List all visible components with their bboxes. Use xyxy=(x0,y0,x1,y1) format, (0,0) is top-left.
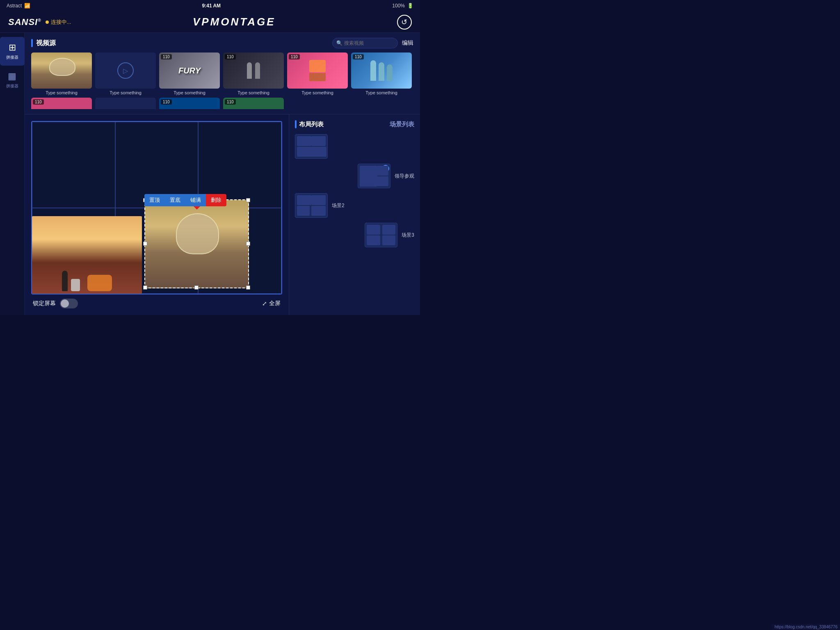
battery-level: 100% xyxy=(392,3,405,9)
right-panel-tabs: 布局列表 场景列表 xyxy=(295,120,414,128)
status-left: Astract 📶 xyxy=(7,3,30,9)
splicer2-label: 拼接器 xyxy=(6,83,18,89)
lp3-tr xyxy=(311,195,326,205)
layout-item-3[interactable]: 场景2 xyxy=(295,193,414,218)
video-thumb-5[interactable]: 110 Type something xyxy=(287,52,348,95)
layout-label-4: 场景3 xyxy=(402,232,414,239)
layout-preview-3 xyxy=(295,193,328,218)
resize-handle-tr[interactable] xyxy=(246,198,250,202)
lp1-top-left xyxy=(297,136,311,146)
thumb-label-2: Type something xyxy=(95,90,156,95)
thumb-img-2: ▷ xyxy=(95,52,156,89)
ctx-bring-to-top[interactable]: 置顶 xyxy=(144,194,165,206)
layout-list: ✓ 领导参观 xyxy=(295,134,414,247)
connection-dot xyxy=(46,21,49,24)
video-thumb-3[interactable]: 110 FURY Type something xyxy=(159,52,220,95)
second-row-thumb-2[interactable] xyxy=(95,98,156,109)
play-icon-2: ▷ xyxy=(117,62,134,79)
video-thumb-6[interactable]: 110 Type something xyxy=(351,52,412,95)
connection-label: 连接中... xyxy=(51,18,71,26)
thumb-img-3: 110 FURY xyxy=(159,52,220,89)
layout-tab-label: 布局列表 xyxy=(299,121,324,128)
lp1-bottom xyxy=(297,147,326,157)
status-bar: Astract 📶 9:41 AM 100% 🔋 xyxy=(0,0,420,11)
rv-body xyxy=(87,275,112,291)
lp4-tr xyxy=(382,225,396,235)
thumb-label-3: Type something xyxy=(159,90,220,95)
thumb-badge-3: 110 xyxy=(161,54,172,59)
lp4-tl xyxy=(367,225,380,235)
wifi-icon: 📶 xyxy=(24,3,30,9)
fury-text: FURY xyxy=(178,66,201,75)
lp4-bl xyxy=(367,235,380,245)
scene-tab-label: 场景列表 xyxy=(390,121,414,128)
lp3-bl-extra xyxy=(297,206,310,216)
ctx-fill[interactable]: 铺满 xyxy=(185,194,206,206)
fullscreen-button[interactable]: ⤢ 全屏 xyxy=(262,300,281,307)
layout-item-2[interactable]: ✓ 领导参观 xyxy=(295,164,414,188)
context-menu: 置顶 置底 铺满 删除 xyxy=(144,194,226,206)
content-area: 视频源 🔍 编辑 110 Type something xyxy=(25,33,420,315)
main-layout: ⊞ 拼接器 ▦ 拼接器 视频源 🔍 编辑 xyxy=(0,33,420,315)
canvas-frame[interactable]: 置顶 置底 铺满 删除 xyxy=(31,121,282,294)
rv-scene-img xyxy=(32,216,142,294)
layout-label-2: 领导参观 xyxy=(395,173,414,180)
layout-preview-2: ✓ xyxy=(358,164,390,188)
astronaut-canvas-img xyxy=(145,200,248,288)
lp2-right-bottom xyxy=(377,176,388,186)
sidebar-item-splicer2[interactable]: ▦ 拼接器 xyxy=(0,66,25,94)
figure-crouching xyxy=(71,279,80,291)
thumb-label-6: Type something xyxy=(351,90,412,95)
second-badge-4: 110 xyxy=(225,99,236,105)
splicer2-icon: ▦ xyxy=(8,71,16,82)
layout-item-4[interactable]: 场景3 xyxy=(295,223,414,247)
canvas-martian-video[interactable] xyxy=(144,199,249,289)
toggle-knob xyxy=(61,299,69,308)
second-row-thumb-3[interactable]: 110 xyxy=(159,98,220,109)
context-menu-arrow xyxy=(194,206,200,210)
second-badge-3: 110 xyxy=(161,99,172,105)
resize-handle-bc[interactable] xyxy=(194,285,199,290)
video-panel-header: 视频源 🔍 编辑 xyxy=(31,38,413,48)
layout-item-1[interactable] xyxy=(295,134,414,159)
canvas-rv-video[interactable] xyxy=(32,216,142,294)
refresh-button[interactable]: ↺ xyxy=(397,15,412,30)
ctx-send-to-bottom[interactable]: 置底 xyxy=(165,194,185,206)
thumb-badge-4: 110 xyxy=(225,54,236,59)
edit-button[interactable]: 编辑 xyxy=(402,39,413,47)
second-row-thumb-1[interactable]: 110 xyxy=(31,98,92,109)
tab-layout-list[interactable]: 布局列表 xyxy=(295,120,324,128)
splicer1-icon: ⊞ xyxy=(9,42,16,53)
resize-handle-ml[interactable] xyxy=(143,242,147,246)
tab-scene-list[interactable]: 场景列表 xyxy=(390,121,414,128)
thumb-img-1: 110 xyxy=(31,52,92,89)
resize-handle-bl[interactable] xyxy=(143,285,147,290)
lock-screen-control: 锁定屏幕 xyxy=(33,299,78,308)
ctx-delete[interactable]: 删除 xyxy=(206,194,226,206)
video-thumb-4[interactable]: 110 Type something xyxy=(223,52,284,95)
video-thumb-1[interactable]: 110 Type something xyxy=(31,52,92,95)
lock-screen-toggle[interactable] xyxy=(60,299,78,308)
second-row-thumb-4[interactable]: 110 xyxy=(223,98,284,109)
sky-figures xyxy=(370,60,393,81)
layout-preview-4 xyxy=(365,223,397,247)
thumb-label-5: Type something xyxy=(287,90,348,95)
header-right: ↺ xyxy=(397,15,412,30)
second-badge-1: 110 xyxy=(33,99,44,105)
logo: SANSI® xyxy=(8,17,41,27)
sidebar-item-splicer1[interactable]: ⊞ 拼接器 xyxy=(0,37,25,66)
layout-tab-accent xyxy=(295,120,297,128)
thumb-label-4: Type something xyxy=(223,90,284,95)
resize-handle-br[interactable] xyxy=(246,285,250,290)
fullscreen-label: 全屏 xyxy=(269,300,281,307)
header-left: SANSI® 连接中... xyxy=(8,17,71,27)
resize-handle-mr[interactable] xyxy=(246,242,250,246)
layout-label-3: 场景2 xyxy=(332,202,345,209)
app-header: SANSI® 连接中... VPMONTAGE ↺ xyxy=(0,11,420,33)
video-source-panel: 视频源 🔍 编辑 110 Type something xyxy=(25,33,420,114)
dark-figures xyxy=(247,62,260,79)
video-thumbnail-grid: 110 Type something ▷ Type something 110 … xyxy=(31,52,413,95)
thumb-badge-6: 110 xyxy=(353,54,364,59)
video-thumb-2[interactable]: ▷ Type something xyxy=(95,52,156,95)
panel-actions: 🔍 编辑 xyxy=(332,38,413,48)
